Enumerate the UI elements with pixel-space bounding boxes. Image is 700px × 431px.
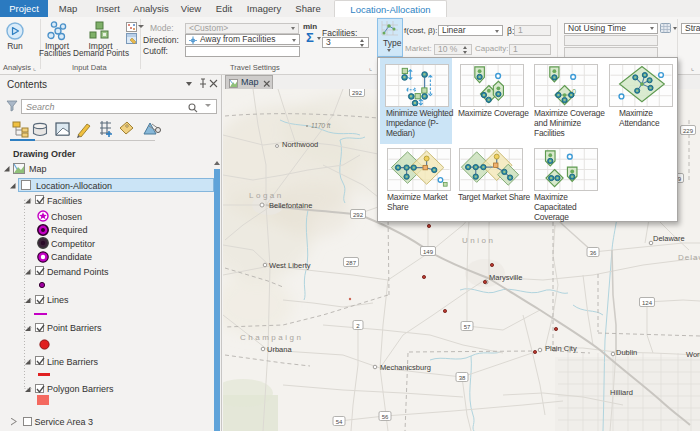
svg-text:Hilliard: Hilliard [610,388,633,397]
svg-text:Delaware: Delaware [653,234,685,243]
svg-text:Bellefontaine: Bellefontaine [269,201,312,210]
svg-text:Logan: Logan [249,191,284,200]
svg-text:292: 292 [352,90,363,96]
svg-text:36: 36 [590,250,597,256]
svg-text:Marysville: Marysville [489,273,522,282]
svg-text:54: 54 [336,419,343,425]
svg-text:57: 57 [464,324,471,330]
svg-text:Northwood: Northwood [282,140,318,149]
svg-text:Champaign: Champaign [240,333,303,342]
svg-text:229: 229 [683,128,694,134]
svg-text:Worth: Worth [686,350,700,359]
svg-text:Union: Union [462,236,495,245]
svg-text:Urbana: Urbana [267,345,292,354]
svg-text:Dublin: Dublin [616,348,637,357]
svg-text:124: 124 [642,300,653,306]
svg-text:West Liberty: West Liberty [269,261,311,270]
svg-text:1170 ft: 1170 ft [311,122,332,129]
svg-text:Mechanicsburg: Mechanicsburg [380,363,431,372]
svg-text:56: 56 [382,414,389,420]
svg-text:149: 149 [423,249,434,255]
svg-text:292: 292 [353,212,364,218]
svg-text:38: 38 [459,375,466,381]
svg-text:Delawa: Delawa [678,253,700,262]
svg-text:Plain City: Plain City [545,344,577,353]
svg-text:287: 287 [346,260,357,266]
